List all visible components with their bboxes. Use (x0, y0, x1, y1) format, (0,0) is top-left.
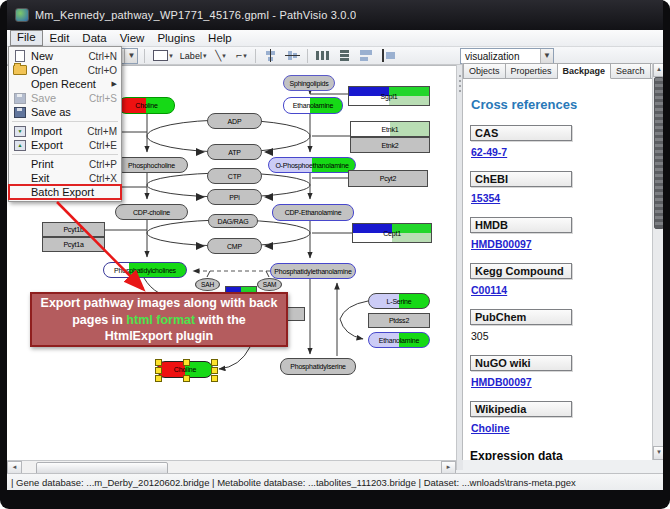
phosphatidylserine-node[interactable]: Phosphatidylserine (280, 358, 356, 375)
file-menu-item-batch-export[interactable]: Batch Export (9, 185, 121, 199)
menu-view[interactable]: View (114, 31, 151, 45)
node-label: Choline (174, 366, 196, 373)
sah-node[interactable]: SAH (195, 278, 220, 291)
chevron-down-icon[interactable]: ▼ (124, 49, 137, 63)
visualization-combobox[interactable]: visualization ▼ (460, 48, 554, 64)
cross-reference-sections: CAS62-49-7ChEBI15354HMDBHMDB00097Kegg Co… (470, 125, 653, 434)
node-label: CDP-choline (133, 209, 170, 216)
selection-handle[interactable] (211, 375, 218, 382)
menu-plugins[interactable]: Plugins (151, 31, 201, 45)
chevron-down-icon[interactable]: ▼ (540, 49, 553, 63)
o-phosphoethanolamine-node[interactable]: O-Phosphoethanolamine (268, 157, 356, 173)
align-center-horizontal-button[interactable] (261, 48, 280, 64)
file-menu-item-open[interactable]: OpenCtrl+O (9, 63, 121, 77)
ethanolamine-top-node[interactable]: Ethanolamine (283, 97, 343, 114)
ctp-node[interactable]: CTP (207, 168, 262, 184)
file-menu-item-exit[interactable]: ExitCtrl+X (9, 171, 121, 185)
scroll-down-icon[interactable]: ▼ (653, 446, 663, 460)
menu-file[interactable]: File (10, 30, 43, 46)
phosphatidylcholines-node[interactable]: Phosphatidylcholines (103, 262, 187, 278)
xref-value-hmdb[interactable]: HMDB00097 (471, 238, 653, 250)
scroll-up-icon[interactable]: ▲ (653, 63, 663, 77)
distribute-vertical-button[interactable] (335, 48, 354, 64)
node-label: Etnk1 (382, 126, 399, 133)
node-label: Ethanolamine (293, 102, 333, 109)
selection-handle[interactable] (183, 359, 190, 366)
stack-button[interactable] (379, 48, 398, 64)
align-center-vertical-button[interactable] (283, 48, 302, 64)
selection-handle[interactable] (183, 375, 190, 382)
cmp-node[interactable]: CMP (207, 238, 262, 254)
xref-value-kegg-compound[interactable]: C00114 (471, 284, 653, 296)
menu-item-label: Export (31, 139, 85, 151)
tab-search[interactable]: Search (611, 63, 651, 79)
l-serine-node[interactable]: L-Serine (368, 293, 430, 309)
xref-source-kegg-compound: Kegg Compound (470, 263, 572, 279)
save-as-icon (12, 107, 28, 118)
tab-properties[interactable]: Properties (506, 63, 558, 79)
file-menu-item-print[interactable]: PrintCtrl+P (9, 157, 121, 171)
phosphocholine-node[interactable]: Phosphocholine (115, 157, 188, 173)
menu-help[interactable]: Help (202, 31, 238, 45)
file-menu-item-import[interactable]: ImportCtrl+M (9, 124, 121, 138)
etnk2-node[interactable]: Etnk2 (350, 137, 430, 153)
callout-text: pages in (72, 313, 126, 327)
menu-item-shortcut: Ctrl+M (87, 126, 117, 137)
xref-source-cas: CAS (470, 125, 572, 141)
atp-node[interactable]: ATP (207, 144, 262, 160)
xref-value-chebi[interactable]: 15354 (471, 192, 653, 204)
client-area: FileEditDataViewPluginsHelp Zoom: 100% ▼… (7, 30, 663, 490)
menu-data[interactable]: Data (76, 31, 112, 45)
selection-handle[interactable] (155, 367, 162, 374)
file-menu-item-new[interactable]: NewCtrl+N (9, 49, 121, 63)
file-menu-item-open-recent[interactable]: Open Recent▶ (9, 77, 121, 91)
ethanolamine-bottom-node[interactable]: Ethanolamine (368, 332, 430, 348)
menu-edit[interactable]: Edit (44, 31, 76, 45)
tool-buttons: ▾Label▾╲▾⌐▾ (151, 48, 398, 64)
xref-value-wikipedia[interactable]: Choline (471, 422, 653, 434)
label-tool-button[interactable]: Label▾ (178, 48, 209, 64)
selection-handle[interactable] (211, 367, 218, 374)
file-menu-item-save[interactable]: SaveCtrl+S (9, 91, 121, 105)
selection-handle[interactable] (155, 359, 162, 366)
file-menu-item-save-as[interactable]: Save as (9, 105, 121, 119)
xref-value-nugo-wiki[interactable]: HMDB00097 (471, 376, 653, 388)
cdp-choline-node[interactable]: CDP-choline (115, 204, 188, 220)
distribute-horizontal-button[interactable] (313, 48, 332, 64)
line-tool-button[interactable]: ╲▾ (211, 48, 229, 64)
node-label: Phosphatidylcholines (114, 267, 176, 274)
cept1-node[interactable]: Cept1 (352, 223, 432, 243)
choline-top-node[interactable]: Choline (118, 97, 175, 114)
phosphatidylethanolamine-node[interactable]: Phosphatidylethanolamine (270, 263, 356, 279)
adp-node[interactable]: ADP (207, 113, 262, 129)
sam-node[interactable]: SAM (257, 278, 282, 291)
ptdss2-node[interactable]: Ptdss2 (368, 313, 430, 328)
tab-backpage[interactable]: Backpage (558, 63, 612, 79)
node-label: CTP (228, 173, 241, 180)
xref-value-cas[interactable]: 62-49-7 (471, 146, 653, 158)
etnk1-node[interactable]: Etnk1 (350, 121, 430, 137)
file-menu-item-export[interactable]: ExportCtrl+E (9, 138, 121, 152)
ppi-node[interactable]: PPi (207, 189, 262, 205)
selection-handle[interactable] (155, 375, 162, 382)
sgpl1-node[interactable]: Sgpl1 (348, 86, 430, 106)
sphingolipids-node[interactable]: Sphingolipids (283, 75, 335, 91)
dropdown-caret-icon: ▾ (222, 52, 226, 60)
cdp-ethanolamine-node[interactable]: CDP-Ethanolamine (272, 204, 354, 221)
choline-selected-node[interactable]: Choline (157, 361, 213, 378)
pcyt2-node[interactable]: Pcyt2 (348, 170, 428, 187)
elbow-connector-button[interactable]: ⌐▾ (232, 48, 250, 64)
pcyt1a-node[interactable]: Pcyt1a (42, 237, 105, 252)
tab-objects[interactable]: Objects (463, 63, 506, 79)
dropdown-caret-icon: ▾ (203, 52, 207, 60)
scrollbar-thumb[interactable] (654, 77, 663, 229)
canvas-horizontal-scrollbar[interactable]: ◄ ► (7, 460, 456, 474)
gene-partial-node[interactable] (285, 307, 305, 321)
common-size-button[interactable] (357, 48, 376, 64)
pcyt1b-node[interactable]: Pcyt1b (42, 222, 105, 237)
node-label: Etnk2 (382, 142, 399, 149)
dag-node[interactable]: DAG/RAG (208, 214, 258, 228)
selection-handle[interactable] (211, 359, 218, 366)
datanode-tool-button[interactable]: ▾ (151, 48, 175, 64)
panel-vertical-scrollbar[interactable]: ▲ ▼ (652, 63, 663, 460)
